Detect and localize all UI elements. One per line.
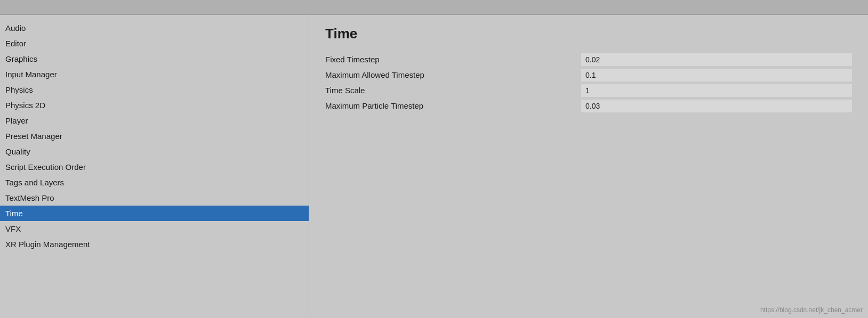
sidebar-item-editor[interactable]: Editor [0,36,309,51]
sidebar-item-preset-manager[interactable]: Preset Manager [0,128,309,144]
property-row-3: Maximum Particle Timestep [325,99,852,112]
sidebar-item-script-execution-order[interactable]: Script Execution Order [0,159,309,175]
sidebar-item-vfx[interactable]: VFX [0,221,309,237]
detail-panel: Time Fixed TimestepMaximum Allowed Times… [309,15,868,318]
sidebar-item-textmesh-pro[interactable]: TextMesh Pro [0,190,309,206]
sidebar-item-tags-and-layers[interactable]: Tags and Layers [0,175,309,190]
sidebar-item-time[interactable]: Time [0,206,309,221]
property-input-1[interactable] [581,69,852,81]
property-label-0: Fixed Timestep [325,53,581,66]
property-label-1: Maximum Allowed Timestep [325,68,581,81]
sidebar-item-audio[interactable]: Audio [0,20,309,36]
sidebar-item-player[interactable]: Player [0,113,309,128]
property-label-2: Time Scale [325,84,581,97]
properties-list: Fixed TimestepMaximum Allowed TimestepTi… [325,53,852,112]
watermark: https://blog.csdn.net/jk_chen_acmer [760,306,863,314]
sidebar-item-quality[interactable]: Quality [0,144,309,159]
property-input-2[interactable] [581,84,852,97]
property-input-3[interactable] [581,100,852,112]
title-bar [0,0,868,15]
sidebar-item-physics[interactable]: Physics [0,82,309,97]
sidebar-item-xr-plugin-management[interactable]: XR Plugin Management [0,237,309,252]
sidebar: AudioEditorGraphicsInput ManagerPhysicsP… [0,15,309,318]
property-label-3: Maximum Particle Timestep [325,99,581,112]
main-content: AudioEditorGraphicsInput ManagerPhysicsP… [0,15,868,318]
sidebar-item-physics-2d[interactable]: Physics 2D [0,97,309,113]
sidebar-item-graphics[interactable]: Graphics [0,51,309,67]
detail-title: Time [325,26,852,42]
property-input-0[interactable] [581,53,852,66]
property-row-1: Maximum Allowed Timestep [325,68,852,81]
sidebar-item-input-manager[interactable]: Input Manager [0,67,309,82]
property-row-2: Time Scale [325,84,852,97]
property-row-0: Fixed Timestep [325,53,852,66]
